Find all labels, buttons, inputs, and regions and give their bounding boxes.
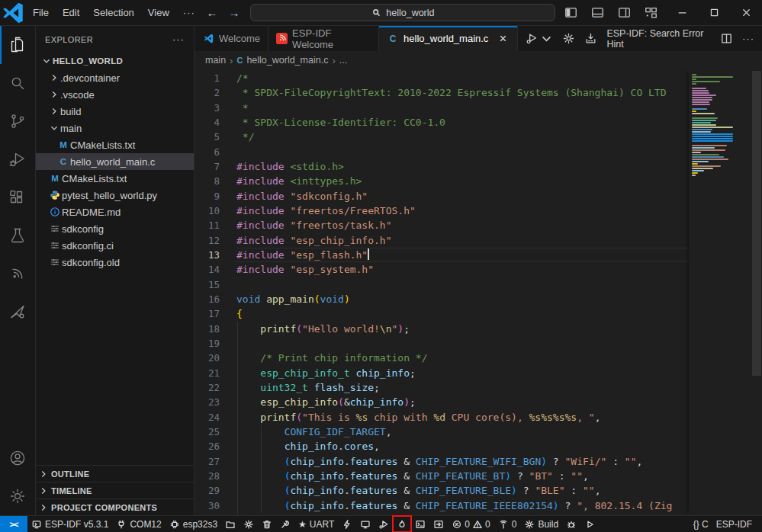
status-execute-command[interactable] (429, 516, 448, 532)
status-menuconfig[interactable] (240, 516, 258, 532)
split-editor-button[interactable] (720, 32, 733, 45)
activitybar-explorer-icon[interactable] (0, 26, 35, 64)
code-line-20[interactable]: 20 /* Print chip information */ (195, 351, 689, 365)
status-esp-idf-extension[interactable]: ESP-IDF (712, 516, 756, 532)
activitybar-run-and-debug-icon[interactable] (0, 140, 35, 178)
code-line-19[interactable]: 19 (195, 336, 689, 351)
tab-close-icon[interactable] (496, 32, 510, 46)
code-line-8[interactable]: 8#include <inttypes.h> (195, 174, 689, 188)
code-line-3[interactable]: 3 * (195, 101, 689, 115)
minimap[interactable] (689, 69, 736, 515)
code-line-22[interactable]: 22 uint32_t flash_size; (195, 380, 689, 395)
code-line-17[interactable]: 17{ (195, 306, 689, 321)
navigate-back-icon[interactable]: ← (206, 6, 217, 19)
menu-more-button[interactable]: ··· (176, 7, 202, 18)
navigate-forward-icon[interactable]: → (228, 6, 240, 19)
window-maximize-button[interactable] (698, 0, 730, 26)
status-serial-port[interactable]: COM12 (112, 516, 165, 532)
breadcrumb-item[interactable]: ... (339, 55, 347, 66)
status-language-mode[interactable]: {} C (690, 516, 712, 532)
esp-idf-install-button[interactable] (584, 32, 597, 45)
status-full-clean[interactable] (258, 516, 276, 532)
status-flash-method[interactable]: ★UART (294, 516, 338, 532)
activitybar-accounts-icon[interactable] (0, 439, 35, 477)
explorer-item-readme-md[interactable]: README.md (36, 204, 194, 220)
toggle-sidebar-icon[interactable] (560, 4, 581, 22)
code-line-24[interactable]: 24 printf("This is %s chip with %d CPU c… (195, 410, 689, 425)
code-line-9[interactable]: 9#include "sdkconfig.h" (195, 189, 689, 204)
activitybar-esp-idf-explorer-icon[interactable] (0, 293, 35, 331)
sidebar-section-outline[interactable]: OUTLINE (36, 465, 194, 482)
status-open-terminal[interactable] (411, 516, 429, 532)
explorer-item-sdkconfig-ci[interactable]: sdkconfig.ci (36, 237, 194, 254)
menu-view[interactable]: View (141, 4, 176, 22)
explorer-item-build[interactable]: build (36, 103, 194, 120)
code-editor[interactable]: 1/*2 * SPDX-FileCopyrightText: 2010-2022… (195, 71, 689, 515)
explorer-item-cmakelists-txt[interactable]: MCMakeLists.txt (36, 136, 194, 153)
code-line-10[interactable]: 10#include "freertos/FreeRTOS.h" (195, 204, 689, 218)
status-esp-idf-version[interactable]: ESP-IDF v5.3.1 (27, 516, 112, 532)
status-debug-alt[interactable] (562, 516, 580, 532)
tab-welcome[interactable]: Welcome (195, 26, 268, 51)
code-line-21[interactable]: 21 esp_chip_info_t chip_info; (195, 366, 689, 380)
breadcrumb[interactable]: main›Chello_world_main.c›... (195, 51, 762, 69)
tab-hello-world-main-c[interactable]: Chello_world_main.c (379, 26, 518, 51)
code-line-29[interactable]: 29 (chip_info.features & CHIP_FEATURE_BL… (195, 483, 689, 498)
scrollbar-thumb[interactable] (752, 71, 761, 376)
status-select-project-folder[interactable] (221, 516, 240, 532)
code-line-18[interactable]: 18 printf("Hello world!\n"); (195, 322, 689, 336)
code-line-13[interactable]: 13#include "esp_flash.h" (195, 248, 689, 262)
code-line-2[interactable]: 2 * SPDX-FileCopyrightText: 2010-2022 Es… (195, 85, 689, 100)
code-line-7[interactable]: 7#include <stdio.h> (195, 159, 689, 174)
activitybar-extensions-icon[interactable] (0, 178, 35, 216)
sidebar-section-project-components[interactable]: PROJECT COMPONENTS (36, 498, 194, 515)
activitybar-espressif-idf-icon[interactable] (0, 255, 35, 293)
breadcrumb-item[interactable]: hello_world_main.c (246, 55, 328, 66)
explorer-item-sdkconfig-old[interactable]: sdkconfig.old (36, 254, 194, 271)
code-line-6[interactable]: 6 (195, 145, 689, 159)
code-line-1[interactable]: 1/* (195, 71, 689, 85)
status-custom-task[interactable] (276, 516, 294, 532)
status-run-task[interactable] (580, 516, 599, 532)
code-line-26[interactable]: 26 chip_info.cores, (195, 439, 689, 453)
status-build-task[interactable]: Build (520, 516, 562, 532)
explorer-item-sdkconfig[interactable]: sdkconfig (36, 220, 194, 237)
activitybar-manage-settings-icon[interactable] (0, 477, 35, 515)
code-line-23[interactable]: 23 esp_chip_info(&chip_info); (195, 395, 689, 409)
run-or-debug-button[interactable] (526, 32, 553, 45)
code-line-14[interactable]: 14#include "esp_system.h" (195, 262, 689, 277)
customize-layout-icon[interactable] (640, 4, 661, 22)
explorer-item--devcontainer[interactable]: .devcontainer (36, 69, 194, 86)
explorer-item-main[interactable]: main (36, 120, 194, 136)
explorer-item-hello-world[interactable]: HELLO_WORLD (36, 53, 194, 69)
code-line-5[interactable]: 5 */ (195, 130, 689, 144)
sidebar-section-timeline[interactable]: TIMELINE (36, 482, 194, 498)
activitybar-source-control-icon[interactable] (0, 102, 35, 140)
status-set-espressif-target[interactable]: esp32s3 (166, 516, 221, 532)
configure-gear-button[interactable] (562, 32, 575, 45)
code-line-31[interactable]: 31 (195, 513, 689, 515)
code-line-12[interactable]: 12#include "esp_chip_info.h" (195, 233, 689, 248)
code-line-16[interactable]: 16void app_main(void) (195, 292, 689, 306)
breadcrumb-item[interactable]: main (205, 55, 226, 66)
toggle-secondary-sidebar-icon[interactable] (613, 4, 635, 22)
menu-selection[interactable]: Selection (86, 4, 140, 22)
explorer-item--vscode[interactable]: .vscode (36, 86, 194, 103)
code-line-28[interactable]: 28 (chip_info.features & CHIP_FEATURE_BT… (195, 469, 689, 483)
editor-more-actions-button[interactable]: ··· (742, 33, 754, 44)
code-line-4[interactable]: 4 * SPDX-License-Identifier: CC0-1.0 (195, 115, 689, 130)
explorer-more-button[interactable]: ··· (172, 34, 185, 45)
code-line-25[interactable]: 25 CONFIG_IDF_TARGET, (195, 425, 689, 439)
toggle-panel-icon[interactable] (587, 4, 608, 22)
explorer-item-pytest-hello-world-py[interactable]: pytest_hello_world.py (36, 187, 194, 204)
code-line-30[interactable]: 30 (chip_info.features & CHIP_FEATURE_IE… (195, 498, 689, 513)
status-build-flash-monitor[interactable] (393, 516, 411, 532)
status-problems[interactable]: 00 (448, 516, 494, 532)
status-debug[interactable] (375, 516, 393, 532)
search-error-hint-button[interactable]: ESP-IDF: Search Error Hint (606, 28, 711, 50)
menu-file[interactable]: File (26, 4, 56, 22)
window-minimize-button[interactable] (666, 0, 698, 26)
status-remote-indicator[interactable]: >< (0, 516, 27, 532)
activitybar-testing-icon[interactable] (0, 216, 35, 255)
code-line-11[interactable]: 11#include "freertos/task.h" (195, 218, 689, 232)
